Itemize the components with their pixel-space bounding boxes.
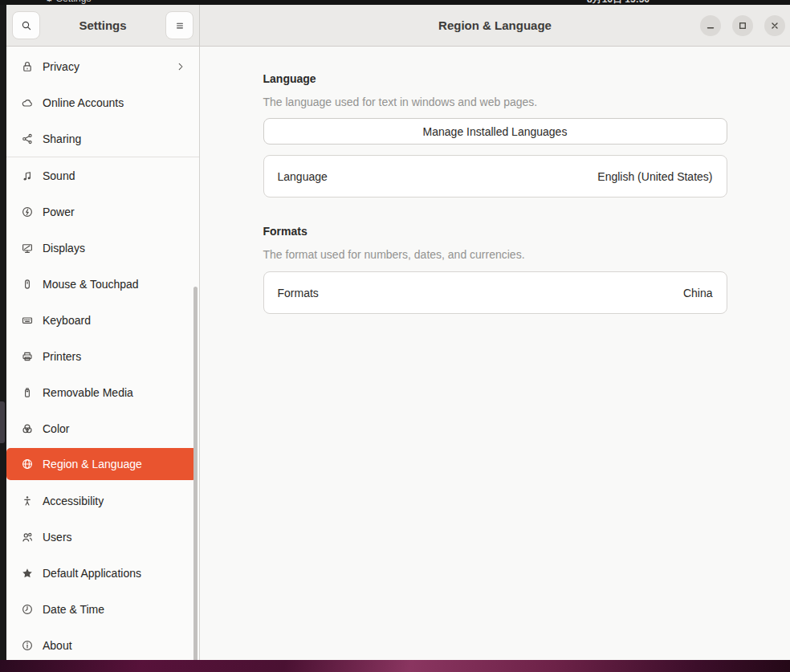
- sidebar-item-label: Region & Language: [43, 458, 142, 470]
- settings-window: Settings Region & Language: [6, 5, 790, 660]
- language-section-heading: Language: [263, 72, 727, 85]
- content-header: Region & Language: [200, 5, 790, 46]
- formats-row-label: Formats: [278, 287, 319, 299]
- language-row[interactable]: Language English (United States): [263, 155, 727, 198]
- sidebar-item-removable-media[interactable]: Removable Media: [6, 374, 199, 410]
- hamburger-menu-icon: [173, 19, 186, 32]
- close-icon: [768, 19, 781, 32]
- sidebar-item-label: Removable Media: [43, 386, 133, 399]
- sidebar-item-default-applications[interactable]: Default Applications: [6, 555, 199, 591]
- desktop: { "top_bar": { "left_text": "⚙ Settings"…: [0, 0, 790, 672]
- page-title: Region & Language: [438, 18, 552, 32]
- sidebar-item-label: Date & Time: [43, 603, 104, 616]
- cloud-icon: [21, 96, 34, 109]
- sidebar-item-label: Online Accounts: [43, 96, 124, 109]
- system-top-bar: ⚙ Settings 8月16日 15:56: [0, 0, 790, 5]
- top-bar-app-label: ⚙ Settings: [45, 0, 91, 4]
- globe-icon: [21, 458, 34, 470]
- search-button[interactable]: [12, 11, 40, 39]
- sidebar-item-region-language[interactable]: Region & Language: [6, 448, 197, 480]
- usb-icon: [21, 386, 34, 399]
- desktop-wallpaper-strip: [0, 660, 790, 672]
- manage-installed-languages-button[interactable]: Manage Installed Languages: [263, 118, 727, 145]
- sidebar-list: Privacy Online Accounts Sharing Sound Po…: [6, 48, 199, 660]
- sidebar-item-label: Power: [43, 206, 75, 218]
- formats-row-value: China: [683, 287, 713, 299]
- star-icon: [21, 567, 34, 580]
- sidebar-item-label: Default Applications: [43, 567, 141, 580]
- sidebar-item-printers[interactable]: Printers: [6, 338, 199, 374]
- sidebar-item-sharing[interactable]: Sharing: [6, 120, 199, 157]
- language-row-label: Language: [278, 170, 328, 183]
- users-icon: [21, 531, 34, 544]
- sidebar-item-sound[interactable]: Sound: [6, 157, 199, 193]
- window-body: Privacy Online Accounts Sharing Sound Po…: [6, 47, 790, 660]
- accessibility-icon: [21, 495, 34, 507]
- top-bar-clock: 8月16日 15:56: [587, 0, 650, 5]
- sidebar-item-label: Sound: [43, 169, 75, 182]
- maximize-icon: [736, 19, 749, 32]
- sidebar-scrollbar[interactable]: [193, 287, 198, 660]
- keyboard-icon: [21, 314, 34, 327]
- lock-icon: [21, 60, 34, 73]
- sidebar-item-displays[interactable]: Displays: [6, 230, 199, 266]
- formats-section-heading: Formats: [263, 225, 727, 238]
- sidebar-item-color[interactable]: Color: [6, 410, 199, 446]
- sidebar-item-mouse-touchpad[interactable]: Mouse & Touchpad: [6, 266, 199, 302]
- sidebar-item-about[interactable]: About: [6, 627, 199, 660]
- printer-icon: [21, 350, 34, 363]
- color-icon: [21, 422, 34, 435]
- language-section-description: The language used for text in windows an…: [263, 96, 727, 108]
- window-controls: [700, 5, 785, 46]
- search-icon: [20, 19, 33, 32]
- sidebar-title: Settings: [79, 18, 126, 32]
- chevron-right-icon: [175, 61, 186, 72]
- note-icon: [21, 169, 34, 182]
- sidebar: Privacy Online Accounts Sharing Sound Po…: [6, 47, 200, 660]
- sidebar-item-label: Color: [43, 422, 69, 435]
- share-icon: [21, 132, 34, 145]
- mouse-icon: [21, 278, 34, 291]
- close-button[interactable]: [764, 15, 785, 36]
- sidebar-item-date-time[interactable]: Date & Time: [6, 591, 199, 627]
- maximize-button[interactable]: [732, 15, 753, 36]
- info-icon: [21, 639, 34, 652]
- sidebar-item-power[interactable]: Power: [6, 193, 199, 230]
- sidebar-item-label: Accessibility: [43, 495, 104, 507]
- clock-icon: [21, 603, 34, 616]
- formats-row[interactable]: Formats China: [263, 271, 727, 314]
- sidebar-item-label: Mouse & Touchpad: [43, 278, 139, 291]
- sidebar-item-label: About: [43, 639, 72, 652]
- main-content: Language The language used for text in w…: [200, 47, 790, 660]
- power-icon: [21, 206, 34, 218]
- sidebar-item-online-accounts[interactable]: Online Accounts: [6, 84, 199, 120]
- display-icon: [21, 242, 34, 255]
- sidebar-item-users[interactable]: Users: [6, 519, 199, 555]
- sidebar-item-accessibility[interactable]: Accessibility: [6, 483, 199, 519]
- sidebar-item-keyboard[interactable]: Keyboard: [6, 302, 199, 338]
- sidebar-item-label: Users: [43, 531, 72, 544]
- dock-edge-hint: [0, 401, 5, 443]
- main-menu-button[interactable]: [165, 11, 193, 39]
- sidebar-item-label: Privacy: [43, 60, 79, 73]
- formats-section-description: The format used for numbers, dates, and …: [263, 248, 727, 261]
- sidebar-item-label: Sharing: [43, 132, 81, 145]
- sidebar-header: Settings: [6, 5, 200, 46]
- content-column: Language The language used for text in w…: [263, 47, 727, 314]
- sidebar-item-label: Printers: [43, 350, 81, 363]
- language-row-value: English (United States): [597, 170, 712, 183]
- window-header: Settings Region & Language: [6, 5, 790, 47]
- sidebar-item-label: Keyboard: [43, 314, 91, 327]
- minimize-button[interactable]: [700, 15, 721, 36]
- sidebar-item-privacy[interactable]: Privacy: [6, 48, 199, 84]
- minimize-icon: [704, 19, 717, 32]
- sidebar-item-label: Displays: [43, 242, 85, 255]
